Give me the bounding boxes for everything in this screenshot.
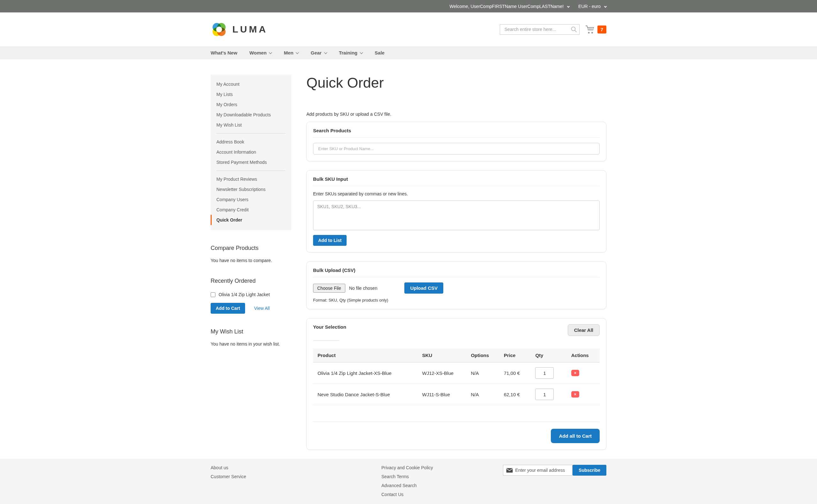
wish-list-title: My Wish List xyxy=(211,328,291,335)
cell-price: 71,00 € xyxy=(499,362,531,384)
currency-switcher[interactable]: EUR - euro xyxy=(578,4,606,9)
divider xyxy=(313,137,600,138)
recently-ordered-block: Recently Ordered Olivia 1/4 Zip Light Ja… xyxy=(211,278,291,314)
envelope-icon xyxy=(506,468,513,473)
main-content: My Account My Lists My Orders My Downloa… xyxy=(211,59,606,459)
cell-product: Neve Studio Dance Jacket-S-Blue xyxy=(313,384,418,405)
sidebar-item-my-wish-list[interactable]: My Wish List xyxy=(211,120,291,130)
sidebar-item-account-information[interactable]: Account Information xyxy=(211,147,291,157)
footer-link-privacy-policy[interactable]: Privacy and Cookie Policy xyxy=(381,465,433,470)
nav-item-sale[interactable]: Sale xyxy=(375,50,385,55)
welcome-message: Welcome, UserCompFIRSTName UserCompLASTN… xyxy=(450,4,564,9)
divider xyxy=(217,133,286,134)
bulk-upload-card: Bulk Upload (CSV) Choose File No file ch… xyxy=(306,261,606,309)
empty-row xyxy=(313,405,600,422)
remove-item-button[interactable]: × xyxy=(571,391,579,398)
table-row: Neve Studio Dance Jacket-S-Blue WJ11-S-B… xyxy=(313,384,600,405)
search-products-card: Search Products xyxy=(306,122,606,161)
cell-price: 62,10 € xyxy=(499,384,531,405)
nav-item-training[interactable]: Training xyxy=(339,50,363,55)
nav-item-men[interactable]: Men xyxy=(284,50,298,55)
search-products-title: Search Products xyxy=(313,128,600,133)
sidebar-item-my-lists[interactable]: My Lists xyxy=(211,89,291,99)
chevron-down-icon xyxy=(269,51,272,54)
clear-all-button[interactable]: Clear All xyxy=(568,324,600,336)
footer-link-contact-us[interactable]: Contact Us xyxy=(381,492,403,497)
currency-label: EUR - euro xyxy=(578,4,600,9)
add-all-to-cart-button[interactable]: Add all to Cart xyxy=(551,429,600,443)
cell-sku: WJ11-S-Blue xyxy=(418,384,467,405)
add-to-list-button[interactable]: Add to List xyxy=(313,235,347,246)
table-row: Olivia 1/4 Zip Light Jacket-XS-Blue WJ12… xyxy=(313,362,600,384)
top-bar: Welcome, UserCompFIRSTName UserCompLASTN… xyxy=(0,0,817,12)
sidebar-item-stored-payment-methods[interactable]: Stored Payment Methods xyxy=(211,157,291,167)
cell-product: Olivia 1/4 Zip Light Jacket-XS-Blue xyxy=(313,362,418,384)
header: LUMA xyxy=(0,12,817,46)
sku-search-input[interactable] xyxy=(313,143,600,155)
divider xyxy=(313,277,600,277)
bulk-sku-textarea[interactable] xyxy=(313,201,600,230)
selection-table: Product SKU Options Price Qty Actions Ol… xyxy=(313,348,600,422)
table-header-row: Product SKU Options Price Qty Actions xyxy=(313,348,600,362)
divider xyxy=(313,186,600,186)
page: Welcome, UserCompFIRSTName UserCompLASTN… xyxy=(0,0,817,504)
footer-link-about-us[interactable]: About us xyxy=(211,465,228,470)
footer-link-search-terms[interactable]: Search Terms xyxy=(381,474,409,479)
no-file-chosen-text: No file chosen xyxy=(349,286,378,291)
compare-products-block: Compare Products You have no items to co… xyxy=(211,245,291,263)
cart-icon xyxy=(585,25,595,34)
close-icon: × xyxy=(574,371,576,375)
qty-input[interactable] xyxy=(535,389,554,400)
qty-input[interactable] xyxy=(535,367,554,379)
logo-text: LUMA xyxy=(232,24,268,35)
nav-item-women[interactable]: Women xyxy=(250,50,272,55)
footer-link-advanced-search[interactable]: Advanced Search xyxy=(381,483,417,488)
store-search xyxy=(500,24,579,35)
sidebar-item-my-product-reviews[interactable]: My Product Reviews xyxy=(211,174,291,184)
column-header-actions: Actions xyxy=(567,348,600,362)
view-all-link[interactable]: View All xyxy=(254,306,270,311)
close-icon: × xyxy=(574,392,576,397)
luma-logo[interactable]: LUMA xyxy=(211,21,268,38)
cell-sku: WJ12-XS-Blue xyxy=(418,362,467,384)
luma-logo-icon xyxy=(211,21,228,38)
subscribe-button[interactable]: Subscribe xyxy=(572,465,606,476)
choose-file-button[interactable]: Choose File xyxy=(313,284,345,293)
your-selection-title: Your Selection xyxy=(313,324,346,330)
nav-item-whats-new[interactable]: What's New xyxy=(211,50,238,55)
search-icon[interactable] xyxy=(570,26,577,33)
page-title: Quick Order xyxy=(306,75,606,91)
sidebar-item-company-users[interactable]: Company Users xyxy=(211,194,291,205)
customer-menu[interactable]: Welcome, UserCompFIRSTName UserCompLASTN… xyxy=(450,4,570,9)
sidebar-item-address-book[interactable]: Address Book xyxy=(211,137,291,147)
nav-item-gear[interactable]: Gear xyxy=(311,50,327,55)
footer-link-customer-service[interactable]: Customer Service xyxy=(211,474,246,479)
column-header-sku: SKU xyxy=(418,348,467,362)
sidebar-item-newsletter-subscriptions[interactable]: Newsletter Subscriptions xyxy=(211,184,291,194)
bulk-sku-hint: Enter SKUs separated by commas or new li… xyxy=(313,191,600,196)
upload-csv-button[interactable]: Upload CSV xyxy=(404,282,443,294)
remove-item-button[interactable]: × xyxy=(571,370,579,376)
sidebar-item-my-downloadable-products[interactable]: My Downloadable Products xyxy=(211,110,291,120)
sidebar-item-my-account[interactable]: My Account xyxy=(211,79,291,89)
cart-count-badge: 7 xyxy=(597,26,606,33)
sidebar-item-my-orders[interactable]: My Orders xyxy=(211,99,291,110)
sidebar-item-quick-order[interactable]: Quick Order xyxy=(212,215,291,225)
recent-item-checkbox[interactable] xyxy=(211,292,216,297)
sidebar-item-company-credit[interactable]: Company Credit xyxy=(211,205,291,215)
newsletter-block: Subscribe xyxy=(503,465,606,476)
search-input[interactable] xyxy=(500,24,579,35)
add-to-cart-button[interactable]: Add to Cart xyxy=(211,303,245,314)
page-intro: Add products by SKU or upload a CSV file… xyxy=(306,112,606,117)
recently-ordered-title: Recently Ordered xyxy=(211,278,291,284)
footer: About us Customer Service Privacy and Co… xyxy=(0,459,817,504)
your-selection-card: Your Selection Clear All Product SKU Opt… xyxy=(306,318,606,450)
recent-item-label: Olivia 1/4 Zip Light Jacket xyxy=(219,292,270,297)
newsletter-email-input[interactable] xyxy=(503,465,572,476)
minicart-button[interactable]: 7 xyxy=(585,25,606,34)
compare-empty-text: You have no items to compare. xyxy=(211,258,291,263)
bulk-sku-card: Bulk SKU Input Enter SKUs separated by c… xyxy=(306,170,606,252)
compare-products-title: Compare Products xyxy=(211,245,291,252)
bulk-sku-title: Bulk SKU Input xyxy=(313,176,600,182)
cell-options: N/A xyxy=(466,384,499,405)
